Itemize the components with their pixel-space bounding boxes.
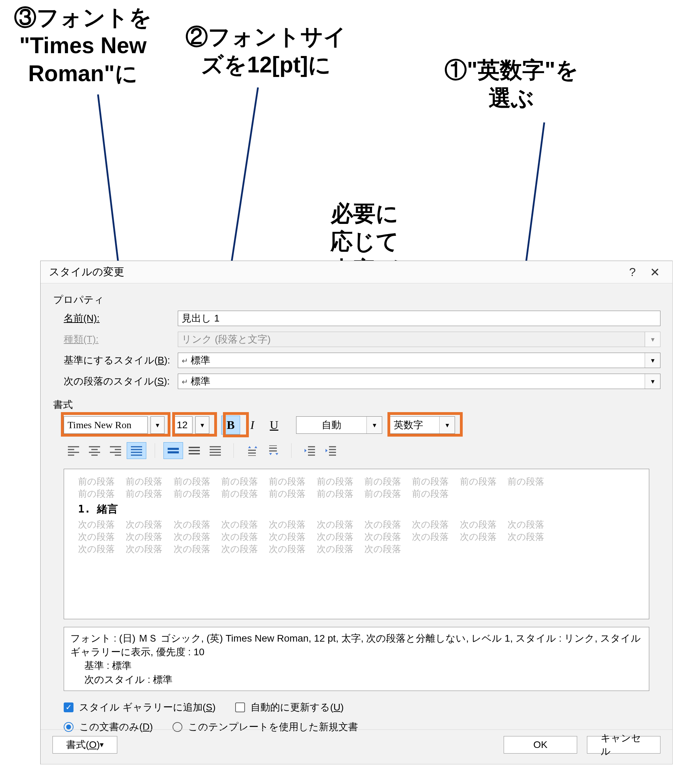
- options: ✓ スタイル ギャラリーに追加(S) ✓ 自動的に更新する(U) この文書のみ(…: [64, 701, 660, 734]
- font-name-input[interactable]: Times New Ron: [64, 416, 148, 434]
- based-value: 標準: [178, 353, 645, 368]
- row-next: 次の段落のスタイル(S): 標準 ▾: [64, 374, 660, 389]
- dialog-title: スタイルの変更: [49, 265, 621, 279]
- cancel-button[interactable]: キャンセル: [587, 736, 660, 754]
- label-next: 次の段落のスタイル(S):: [64, 375, 178, 388]
- sample-text: 1. 緒言: [78, 502, 635, 516]
- font-color-value: 自動: [297, 417, 366, 434]
- auto-update-label: 自動的に更新する(U): [251, 701, 344, 714]
- format-menu-button[interactable]: 書式(O): [52, 736, 117, 754]
- modify-style-dialog: スタイルの変更 ? ✕ プロパティ 名前(N): 種類(T): リンク (段落と…: [40, 260, 673, 764]
- name-input[interactable]: [178, 311, 660, 326]
- bold-button[interactable]: B: [221, 416, 240, 435]
- space-before-button[interactable]: [242, 442, 262, 459]
- next-value: 標準: [178, 374, 645, 389]
- type-combo: リンク (段落と文字) ▾: [178, 332, 660, 347]
- script-combo[interactable]: 英数字 ▾: [390, 416, 455, 434]
- font-size-input[interactable]: 12: [173, 416, 193, 434]
- add-to-gallery-label: スタイル ギャラリーに追加(S): [79, 701, 216, 714]
- help-button[interactable]: ?: [621, 261, 644, 283]
- prev-para-line: 前の段落 前の段落 前の段落 前の段落 前の段落 前の段落 前の段落 前の段落 …: [78, 476, 635, 488]
- line-spacing-2-button[interactable]: [206, 442, 225, 459]
- space-after-button[interactable]: [263, 442, 283, 459]
- line-spacing-1-button[interactable]: [164, 442, 183, 459]
- next-para-line: 次の段落 次の段落 次の段落 次の段落 次の段落 次の段落 次の段落 次の段落 …: [78, 531, 635, 543]
- font-size-dropdown[interactable]: ▾: [195, 416, 209, 434]
- align-left-button[interactable]: [64, 442, 83, 459]
- style-preview: 前の段落 前の段落 前の段落 前の段落 前の段落 前の段落 前の段落 前の段落 …: [64, 469, 649, 619]
- prev-para-line: 前の段落 前の段落 前の段落 前の段落 前の段落 前の段落 前の段落 前の段落: [78, 488, 635, 500]
- type-value: リンク (段落と文字): [178, 332, 645, 347]
- font-name-dropdown[interactable]: ▾: [151, 416, 165, 434]
- desc-line-2: 基準 : 標準: [70, 659, 643, 672]
- format-toolbar-2: [64, 442, 660, 459]
- callout-1: ①"英数字"を 選ぶ: [444, 56, 578, 112]
- row-type: 種類(T): リンク (段落と文字) ▾: [64, 332, 660, 347]
- button-bar: 書式(O) OK キャンセル: [41, 730, 672, 764]
- row-name: 名前(N):: [64, 311, 660, 326]
- label-based: 基準にするスタイル(B):: [64, 354, 178, 367]
- close-button[interactable]: ✕: [644, 261, 666, 283]
- chevron-down-icon[interactable]: ▾: [366, 417, 382, 434]
- decrease-indent-button[interactable]: [300, 442, 319, 459]
- row-based: 基準にするスタイル(B): 標準 ▾: [64, 353, 660, 368]
- section-format: 書式: [53, 398, 660, 411]
- chevron-down-icon: ▾: [645, 332, 660, 347]
- chevron-down-icon[interactable]: ▾: [439, 417, 455, 434]
- auto-update-checkbox[interactable]: ✓: [235, 702, 245, 712]
- line-spacing-1-5-button[interactable]: [185, 442, 204, 459]
- based-combo[interactable]: 標準 ▾: [178, 353, 660, 368]
- label-name: 名前(N):: [64, 312, 178, 325]
- ok-button[interactable]: OK: [504, 736, 577, 754]
- chevron-down-icon[interactable]: ▾: [645, 374, 660, 389]
- next-para-line: 次の段落 次の段落 次の段落 次の段落 次の段落 次の段落 次の段落: [78, 543, 635, 555]
- label-type: 種類(T):: [64, 333, 178, 346]
- align-center-button[interactable]: [85, 442, 104, 459]
- align-justify-button[interactable]: [127, 442, 146, 459]
- font-color-combo[interactable]: 自動 ▾: [296, 416, 382, 434]
- style-description: フォント : (日) ＭＳ ゴシック, (英) Times New Roman,…: [64, 627, 649, 691]
- title-bar: スタイルの変更 ? ✕: [41, 261, 672, 283]
- desc-line-1: フォント : (日) ＭＳ ゴシック, (英) Times New Roman,…: [70, 631, 643, 659]
- align-right-button[interactable]: [106, 442, 125, 459]
- increase-indent-button[interactable]: [321, 442, 340, 459]
- callout-3: ③フォントを "Times New Roman"に: [14, 3, 152, 87]
- next-para-line: 次の段落 次の段落 次の段落 次の段落 次の段落 次の段落 次の段落 次の段落 …: [78, 518, 635, 531]
- next-combo[interactable]: 標準 ▾: [178, 374, 660, 389]
- italic-button[interactable]: I: [243, 416, 262, 435]
- underline-button[interactable]: U: [264, 416, 284, 435]
- section-properties: プロパティ: [53, 293, 660, 306]
- callout-2: ②フォントサイ ズを12[pt]に: [185, 23, 347, 79]
- desc-line-3: 次のスタイル : 標準: [70, 673, 643, 686]
- chevron-down-icon[interactable]: ▾: [645, 353, 660, 368]
- script-value: 英数字: [390, 417, 439, 434]
- format-toolbar-1: Times New Ron ▾ 12 ▾ B I U 自動 ▾ 英数字 ▾: [64, 416, 660, 435]
- add-to-gallery-checkbox[interactable]: ✓: [64, 702, 73, 712]
